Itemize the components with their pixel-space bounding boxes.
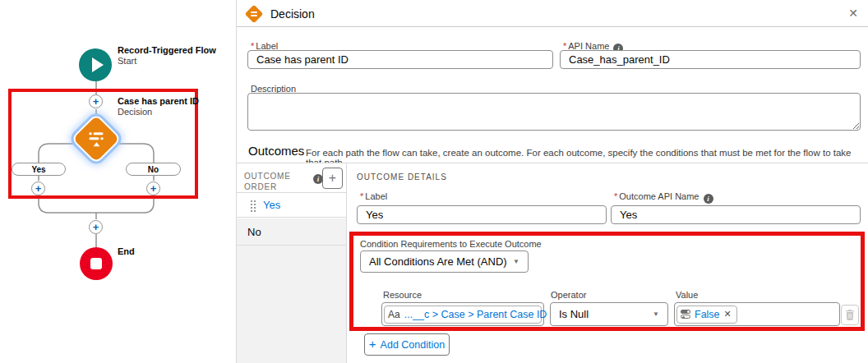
outcomes-heading: Outcomes [248,144,304,158]
outcome-item-yes[interactable]: Yes [237,192,346,218]
decision-edit-panel: Decision ✕ *Label *API Namei Description… [236,0,868,363]
add-element-button-top[interactable]: + [89,94,103,108]
trash-icon [845,310,855,320]
start-node-subtitle: Start [118,56,136,66]
add-outcome-button[interactable]: + [322,168,343,189]
plus-icon: + [150,183,157,194]
value-pill-label: False [695,309,720,320]
text-type-icon: Aa [388,309,400,320]
plus-icon: + [369,337,376,351]
outcome-order-list: Outcome Order i + Yes No [237,163,347,363]
decision-icon [90,132,104,146]
info-icon[interactable]: i [704,194,713,204]
chevron-down-icon: ▼ [513,258,519,265]
decision-icon [245,5,264,24]
start-node-title: Record-Triggered Flow [118,45,216,55]
end-node-title: End [118,246,135,256]
value-pill: False ✕ [676,306,737,324]
drag-handle-icon[interactable] [251,200,252,202]
required-asterisk: * [614,191,617,201]
resource-pill: Aa ...__c > Case > Parent Case ID ✕ [384,306,542,324]
outcome-api-input[interactable] [611,205,861,224]
value-label: Value [676,290,698,300]
outcomes-help-text: For each path the flow can take, create … [306,148,856,168]
condition-requirements-select[interactable]: All Conditions Are Met (AND) ▼ [360,250,529,273]
outcome-item-label: No [247,226,261,238]
close-icon[interactable]: ✕ [848,7,858,20]
chevron-down-icon: ▼ [653,310,659,318]
outcome-details-title: Outcome Details [357,172,447,182]
plus-icon: + [35,183,42,194]
flow-canvas: Record-Triggered Flow Start + Case has p… [0,0,236,363]
resource-pill-label: ...__c > Case > Parent Case ID [404,309,547,320]
decision-node-subtitle: Decision [118,107,152,117]
outcome-api-field-label: *Outcome API Namei [614,191,713,204]
condition-requirements-highlight-box: Condition Requirements to Execute Outcom… [349,232,865,331]
panel-title: Decision [270,7,315,21]
outcome-item-no[interactable]: No [237,218,346,246]
resource-combobox[interactable]: Aa ...__c > Case > Parent Case ID ✕ [381,302,544,326]
outcome-item-label: Yes [263,199,280,211]
branch-label-yes: Yes [12,163,66,176]
outcome-label-field-label: *Label [360,191,387,201]
add-element-button-no[interactable]: + [146,182,160,195]
value-combobox[interactable]: False ✕ [674,302,840,326]
required-asterisk: * [360,191,363,201]
description-textarea[interactable] [247,93,861,131]
delete-condition-button[interactable] [841,305,859,325]
add-condition-button[interactable]: + Add Condition [364,333,450,356]
plus-icon: + [93,96,99,107]
outcome-label-input[interactable] [357,205,607,224]
add-condition-label: Add Condition [381,339,446,351]
selected-value: All Conditions Are Met (AND) [369,255,513,268]
stop-icon [90,258,102,269]
boolean-toggle-icon [681,310,690,319]
panel-header: Decision ✕ [237,0,868,27]
remove-icon[interactable]: ✕ [724,309,732,319]
decision-node-title: Case has parent ID [118,96,199,106]
add-element-button-yes[interactable]: + [31,182,45,195]
resource-label: Resource [383,290,422,300]
selected-value: Is Null [559,308,653,320]
add-element-button-merge[interactable]: + [89,220,103,234]
operator-label: Operator [551,290,586,300]
end-node[interactable] [80,247,113,280]
label-input[interactable] [247,50,553,69]
operator-select[interactable]: Is Null ▼ [550,302,668,326]
plus-icon: + [93,222,99,232]
outcome-list-background [237,246,346,363]
branch-label-no: No [126,163,181,176]
api-name-input[interactable] [560,50,861,69]
play-icon [92,57,104,72]
condition-requirements-label: Condition Requirements to Execute Outcom… [360,239,542,249]
start-node[interactable] [79,48,112,81]
outcome-order-title: Outcome Order [244,171,298,192]
